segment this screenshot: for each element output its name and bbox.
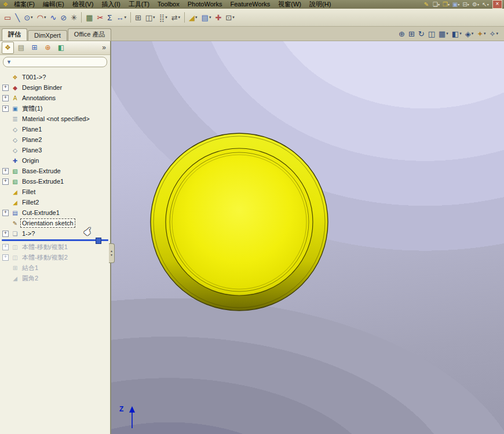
sketch-arc-icon[interactable]: ◠▾ [35,11,48,24]
tree-item-part-root[interactable]: ❖T001->? [0,72,110,82]
save-icon[interactable]: ▣▾ [451,1,461,9]
tab-office-products[interactable]: Office 產品 [68,28,112,41]
tree-item-move-copy-body1[interactable]: +◫本體-移動/複製1 [0,242,110,252]
tree-item-fillet2[interactable]: ◢Fillet2 [0,197,110,207]
tree-item-annotations[interactable]: +AAnnotations [0,93,110,103]
menu-item-view[interactable]: 檢視(V) [68,0,98,9]
grid-settings-icon[interactable]: ⊡▾ [224,11,236,24]
tree-item-plane1[interactable]: ◇Plane1 [0,124,110,134]
convert-entities-icon[interactable]: ▦ [84,11,94,24]
print-icon[interactable]: ⊟▾ [461,1,470,9]
toolbar-separator [184,12,185,23]
expand-toggle-icon[interactable]: + [2,168,9,174]
panel-splitter-handle[interactable]: ▴ ▾ [109,243,115,263]
expand-toggle-icon[interactable]: + [2,95,9,101]
propertymanager-icon[interactable]: ▤ [15,42,27,54]
part-model[interactable] [147,129,332,315]
tree-item-solid-bodies[interactable]: +▣實體(1) [0,103,110,114]
display-relations-icon[interactable]: ▤▾ [200,11,213,24]
trim-entities-icon[interactable]: ✂ [95,11,105,24]
expand-toggle-icon[interactable]: + [2,178,9,185]
expand-toggle-icon[interactable]: + [2,105,9,112]
sketch-rectangle-icon[interactable]: ▭ [2,11,13,24]
panel-overflow-button[interactable]: » [100,43,108,52]
close-window-icon[interactable]: × [492,0,502,9]
zoom-area-icon[interactable]: ⊞ [407,28,416,39]
tree-item-material[interactable]: ☰Material <not specified> [0,114,110,124]
filter-box[interactable]: ▼ [3,57,107,67]
offset-entities-icon[interactable]: ⊞ [133,11,143,24]
sketch-line-icon[interactable]: ╲ [13,11,21,24]
menu-item-help[interactable]: 說明(H) [305,0,335,9]
menu-item-tools[interactable]: 工具(T) [125,0,154,9]
tree-item-combine1[interactable]: ⊞結合1 [0,262,110,273]
menu-item-window[interactable]: 視窗(W) [274,0,305,9]
displaymanager-icon[interactable]: ◧ [55,42,67,54]
tree-item-orientation-sketch[interactable]: ✎Orientation sketch [0,218,110,228]
new-document-icon[interactable]: ❏▾ [432,1,441,9]
material-icon: ☰ [11,116,19,122]
graphics-area[interactable]: Z [110,41,504,434]
scene-icon[interactable]: ✧▾ [488,28,499,39]
menu-item-featureworks[interactable]: FeatureWorks [226,0,274,9]
expand-toggle-icon[interactable]: + [2,85,9,91]
tree-item-label: 實體(1) [21,104,43,112]
hide-show-items-icon[interactable]: ◈▾ [464,28,475,39]
section-view-icon[interactable]: ◫ [427,28,436,39]
smart-dimension-icon[interactable]: ↔▾ [114,11,128,24]
dropdown-caret-icon: ▾ [484,31,486,36]
equations-icon[interactable]: Σ [105,11,114,24]
previous-view-icon[interactable]: ↻ [417,28,426,39]
dimxpertmanager-icon[interactable]: ⊕ [42,42,54,54]
expand-toggle-icon[interactable]: + [2,231,9,237]
dropdown-caret-icon: ▾ [468,2,469,6]
tree-item-move-copy-body2[interactable]: +◫本體-移動/複製2 [0,252,110,262]
move-entities-icon[interactable]: ⇄▾ [170,11,182,24]
glyph: ↔ [116,13,123,22]
select-tool-icon[interactable]: ↖▾ [481,1,490,9]
tree-item-boss-extrude1[interactable]: +▧Boss-Extrude1 [0,176,110,187]
menu-item-file[interactable]: 檔案(F) [10,0,39,9]
expand-toggle-icon[interactable]: + [2,254,9,261]
expand-toggle-icon[interactable]: + [2,210,9,216]
tree-item-origin[interactable]: ✚Origin [0,155,110,166]
sketch-circle-icon[interactable]: ⊙▾ [22,11,34,24]
linear-pattern-icon[interactable]: ⣿▾ [158,11,169,24]
view-orientation-icon[interactable]: ▦▾ [437,28,450,39]
sketch-spline-icon[interactable]: ∿ [48,11,58,24]
tree-item-plane3[interactable]: ◇Plane3 [0,145,110,155]
expand-toggle-icon[interactable]: + [2,244,9,250]
tree-item-label: Origin [21,156,40,165]
tree-item-cut-extrude1[interactable]: +▤Cut-Extrude1 [0,207,110,218]
mirror-entities-icon[interactable]: ◫▾ [144,11,157,24]
sketch-point-icon[interactable]: ✳ [69,11,79,24]
menu-item-photoworks[interactable]: PhotoWorks [184,0,227,9]
sketch-fillet-icon[interactable]: ◢▾ [187,11,199,24]
edit-color-icon[interactable]: ✎ [422,1,431,9]
rollback-bar-grip[interactable] [96,238,101,244]
repair-sketch-icon[interactable]: ✚ [213,11,223,24]
options-icon[interactable]: ⚙▾ [471,1,480,9]
tab-evaluate[interactable]: 評估 [2,28,27,41]
rollback-bar[interactable] [2,239,108,241]
derived-part-icon: ❏ [11,231,19,237]
configurationmanager-icon[interactable]: ⊞ [28,42,41,54]
tree-item-label: Base-Extrude [21,167,62,175]
featuremanager-tree-icon[interactable]: ❖ [2,42,14,54]
tree-item-plane2[interactable]: ◇Plane2 [0,134,110,145]
tree-item-fillet-round2[interactable]: ◢圓角2 [0,273,110,283]
appearances-icon[interactable]: ✦▾ [476,28,487,39]
tree-item-base-extrude[interactable]: +▧Base-Extrude [0,166,110,176]
tree-item-fillet[interactable]: ◢Fillet [0,187,110,197]
menu-item-insert[interactable]: 插入(I) [97,0,124,9]
open-document-icon[interactable]: ❐▾ [441,1,451,9]
menu-item-toolbox[interactable]: Toolbox [154,0,184,9]
menu-item-edit[interactable]: 編輯(E) [39,0,68,9]
glyph: ⊟ [462,1,467,8]
tab-dimxpert[interactable]: DimXpert [28,30,67,41]
tree-item-label: Boss-Extrude1 [21,177,65,185]
sketch-ellipse-icon[interactable]: ⊘ [59,11,68,24]
tree-item-design-binder[interactable]: +◆Design Binder [0,82,110,93]
display-style-icon[interactable]: ◧▾ [451,28,463,39]
zoom-fit-icon[interactable]: ⊕ [397,28,406,39]
